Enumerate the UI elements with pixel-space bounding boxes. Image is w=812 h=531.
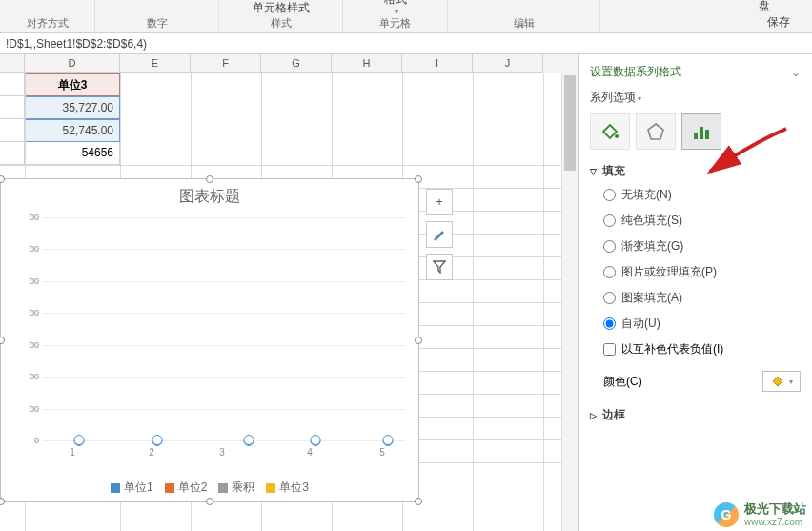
chart-handle-w[interactable] [0,337,5,344]
y-tick: 00 [14,340,39,350]
fill-auto[interactable]: 自动(U) [603,316,801,332]
radio-label: 渐变填充(G) [621,238,683,255]
chevron-down-icon[interactable]: ⌄ [791,66,801,79]
radio-label: 无填充(N) [621,187,672,203]
section-border[interactable]: ▷ 边框 [590,407,801,423]
legend-label: 乘积 [232,480,254,496]
cell-styles-button[interactable]: 单元格样式 [247,0,315,16]
chart-plot: 00 00 00 00 00 00 00 0 1 2 [20,217,405,440]
radio-label: 自动(U) [621,316,660,332]
baidu-save-button[interactable]: 百度网盘 保存 [753,0,804,31]
ribbon-group-cells: 格式▾ 单元格 [343,0,448,32]
color-picker[interactable]: ▾ [762,371,801,392]
radio-input[interactable] [603,189,616,201]
format-label: 格式 [384,0,407,8]
panel-subtitle[interactable]: 系列选项▾ [590,90,801,106]
paint-bucket-icon [770,374,787,389]
ribbon-group-label: 对齐方式 [27,16,69,31]
filter-icon [433,260,446,274]
panel-tabs [590,113,801,150]
fill-solid[interactable]: 纯色填充(S) [603,213,801,229]
format-button[interactable]: 格式▾ [378,0,413,16]
chart-add-button[interactable]: + [426,189,453,215]
chart-handle-ne[interactable] [415,175,422,183]
radio-label: 纯色填充(S) [621,213,682,229]
chart-handle-s[interactable] [206,498,213,505]
radio-input[interactable] [603,292,616,304]
tab-effects[interactable] [636,113,676,150]
svg-rect-5 [700,127,703,139]
tab-fill[interactable] [590,113,630,150]
column-headers: D E F G H I J [0,54,578,73]
plus-icon: + [436,195,442,209]
ribbon-group-label: 数字 [147,16,168,31]
radio-input[interactable] [603,214,616,227]
legend-item-1[interactable]: 单位1 [111,480,153,496]
ribbon-group-baidu: 百度网盘 保存 [745,0,812,32]
fill-none[interactable]: 无填充(N) [603,187,801,203]
vertical-scrollbar[interactable] [561,73,578,531]
legend-item-2[interactable]: 单位2 [165,480,208,496]
y-tick: 00 [14,308,39,317]
y-tick: 00 [14,213,39,222]
fill-pattern[interactable]: 图案填充(A) [603,290,801,306]
grid-container: D E F G H I J 单位3 35,727.00 52,745.00 54… [0,54,579,531]
legend-label: 单位1 [124,480,153,496]
ribbon-group-edit: 编辑 [448,0,600,32]
radio-input[interactable] [603,240,616,253]
col-header-h[interactable]: H [332,54,402,73]
ribbon-group-number: 数字 [95,0,219,32]
svg-rect-4 [694,133,698,139]
tab-series[interactable] [681,113,721,150]
formula-bar[interactable]: !D$1,,Sheet1!$D$2:$D$6,4) [0,33,812,54]
scrollbar-thumb[interactable] [564,75,576,171]
col-header-f[interactable]: F [191,54,261,73]
watermark-name: 极光下载站 [744,502,806,516]
formula-text: !D$1,,Sheet1!$D$2:$D$6,4) [6,37,147,51]
col-header-d[interactable]: D [25,54,120,73]
chart-handle-e[interactable] [415,337,422,344]
watermark-url: www.xz7.com [744,517,806,527]
chart-legend[interactable]: 单位1 单位2 乘积 单位3 [1,480,418,496]
legend-item-3[interactable]: 乘积 [218,480,254,496]
chart[interactable]: 图表标题 00 00 00 00 00 00 00 0 1 [0,178,419,502]
paint-bucket-icon [599,121,620,142]
radio-input[interactable] [603,266,616,278]
svg-rect-6 [705,130,709,139]
watermark-text: 极光下载站 www.xz7.com [744,502,806,526]
col-header-j[interactable]: J [473,54,543,73]
color-label: 颜色(C) [603,374,642,390]
watermark-logo: G [714,502,739,527]
chart-handle-n[interactable] [206,175,213,183]
cell-styles-label: 单元格样式 [253,0,310,16]
chart-tools: + [426,189,453,280]
col-header-i[interactable]: I [402,54,473,73]
baidu-label: 百度网盘 [759,0,799,14]
section-fill[interactable]: ▽ 填充 [590,163,801,179]
checkbox-input[interactable] [603,343,616,356]
legend-item-4[interactable]: 单位3 [266,480,309,496]
color-row: 颜色(C) ▾ [590,371,801,392]
chart-title[interactable]: 图表标题 [1,187,418,207]
ribbon-group-styles: 单元格样式 样式 [219,0,343,32]
chart-filter-button[interactable] [426,254,453,280]
invert-negative[interactable]: 以互补色代表负值(I) [590,341,801,357]
ribbon: 对齐方式 数字 单元格样式 样式 格式▾ 单元格 编辑 百度网盘 保存 [0,0,812,33]
col-header-corner[interactable] [0,54,25,73]
panel-title: 设置数据系列格式 ⌄ [590,64,801,80]
svg-point-3 [615,134,619,138]
fill-gradient[interactable]: 渐变填充(G) [603,238,801,255]
panel-subtitle-text: 系列选项 [590,91,636,104]
col-header-e[interactable]: E [120,54,191,73]
radio-input[interactable] [603,317,616,330]
chart-style-button[interactable] [426,221,453,248]
chart-handle-nw[interactable] [0,175,5,183]
col-header-g[interactable]: G [261,54,332,73]
y-tick: 00 [14,372,39,381]
fill-picture[interactable]: 图片或纹理填充(P) [603,264,801,280]
y-tick: 00 [14,244,39,254]
x-tick: 2 [123,447,180,458]
chart-handle-se[interactable] [415,498,422,505]
watermark: G 极光下载站 www.xz7.com [714,502,806,527]
legend-label: 单位3 [279,480,309,496]
